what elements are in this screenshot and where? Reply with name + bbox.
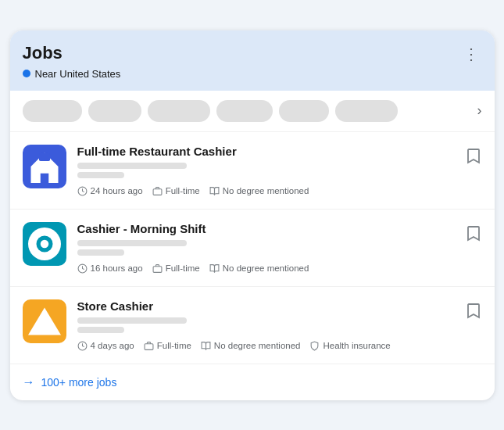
company-logo-1 — [23, 145, 66, 188]
table-row[interactable]: Cashier - Morning Shift 16 hours ago Ful… — [10, 210, 495, 287]
job-meta-2: 16 hours ago Full-time No degree mention… — [77, 263, 454, 274]
svg-rect-2 — [153, 188, 162, 195]
type-label-3: Full-time — [157, 341, 191, 350]
type-label-2: Full-time — [166, 263, 200, 273]
skeleton-location-3 — [77, 327, 124, 333]
type-meta-2: Full-time — [152, 263, 200, 274]
job-title-3: Store Cashier — [77, 299, 454, 313]
more-jobs-arrow-icon: → — [23, 375, 35, 389]
svg-rect-7 — [153, 266, 162, 272]
clock-icon — [77, 341, 88, 351]
time-meta-1: 24 hours ago — [77, 186, 143, 196]
more-options-icon[interactable]: ⋮ — [460, 43, 482, 65]
company-logo-3 — [23, 299, 66, 343]
bookmark-button-2[interactable] — [465, 224, 482, 248]
edu-meta-2: No degree mentioned — [209, 263, 309, 274]
skeleton-company-2 — [77, 240, 187, 246]
more-jobs-link[interactable]: → 100+ more jobs — [10, 364, 495, 400]
degree-icon — [201, 341, 211, 351]
job-meta-3: 4 days ago Full-time No degree mentioned… — [77, 341, 454, 351]
table-row[interactable]: Store Cashier 4 days ago Full-time No de… — [10, 287, 495, 364]
briefcase-icon — [152, 263, 163, 274]
svg-marker-8 — [28, 307, 61, 335]
skeleton-company-1 — [77, 163, 187, 169]
location-label: Near United States — [35, 68, 121, 80]
clock-icon — [77, 263, 88, 274]
svg-rect-0 — [39, 152, 50, 161]
type-meta-1: Full-time — [152, 186, 200, 196]
header: Jobs ⋮ Near United States — [10, 30, 495, 91]
filter-chip-5[interactable] — [279, 100, 329, 122]
type-meta-3: Full-time — [144, 341, 191, 351]
edu-label-1: No degree mentioned — [223, 186, 309, 195]
bookmark-button-3[interactable] — [465, 301, 482, 325]
briefcase-icon — [152, 186, 163, 196]
filters-row: › — [10, 91, 495, 132]
job-content-3: Store Cashier 4 days ago Full-time No de… — [77, 299, 454, 351]
type-label-1: Full-time — [166, 186, 200, 195]
job-title-2: Cashier - Morning Shift — [77, 222, 454, 235]
time-meta-3: 4 days ago — [77, 341, 134, 351]
more-jobs-label: 100+ more jobs — [41, 376, 117, 389]
donut-icon — [23, 222, 66, 266]
skeleton-location-2 — [77, 249, 124, 256]
edu-meta-1: No degree mentioned — [209, 186, 309, 196]
page-title: Jobs — [23, 43, 63, 63]
shield-icon — [309, 341, 320, 351]
filter-chip-3[interactable] — [148, 100, 210, 122]
skeleton-location-1 — [77, 172, 124, 178]
filter-chip-4[interactable] — [216, 100, 273, 122]
bookmark-button-1[interactable] — [465, 146, 482, 170]
job-content-2: Cashier - Morning Shift 16 hours ago Ful… — [77, 222, 454, 274]
jobs-card: Jobs ⋮ Near United States › Full — [10, 30, 495, 400]
time-label-2: 16 hours ago — [91, 263, 143, 273]
house-icon — [23, 145, 66, 188]
briefcase-icon — [144, 341, 154, 351]
skeleton-company-3 — [77, 317, 187, 324]
location-row: Near United States — [23, 68, 482, 80]
clock-icon — [77, 186, 88, 196]
filter-chip-6[interactable] — [335, 100, 398, 122]
job-list: Full-time Restaurant Cashier 24 hours ag… — [10, 132, 495, 364]
triangle-icon — [23, 299, 66, 343]
svg-rect-10 — [145, 343, 153, 349]
edu-label-2: No degree mentioned — [223, 263, 309, 273]
header-top: Jobs ⋮ — [23, 43, 482, 65]
time-label-1: 24 hours ago — [91, 186, 143, 195]
job-meta-1: 24 hours ago Full-time No degree mention… — [77, 186, 454, 196]
health-meta-3: Health insurance — [309, 341, 390, 351]
time-meta-2: 16 hours ago — [77, 263, 143, 274]
edu-meta-3: No degree mentioned — [201, 341, 301, 351]
filter-chip-1[interactable] — [23, 100, 82, 122]
location-dot-icon — [23, 70, 30, 77]
time-label-3: 4 days ago — [91, 341, 134, 350]
svg-point-5 — [40, 239, 48, 248]
filter-chip-2[interactable] — [88, 100, 141, 122]
edu-label-3: No degree mentioned — [214, 341, 301, 350]
degree-icon — [209, 186, 220, 196]
degree-icon — [209, 263, 220, 274]
filter-chevron-icon[interactable]: › — [477, 102, 482, 119]
table-row[interactable]: Full-time Restaurant Cashier 24 hours ag… — [10, 132, 495, 210]
job-content-1: Full-time Restaurant Cashier 24 hours ag… — [77, 145, 454, 196]
job-title-1: Full-time Restaurant Cashier — [77, 145, 454, 158]
health-label-3: Health insurance — [323, 341, 390, 350]
company-logo-2 — [23, 222, 66, 266]
